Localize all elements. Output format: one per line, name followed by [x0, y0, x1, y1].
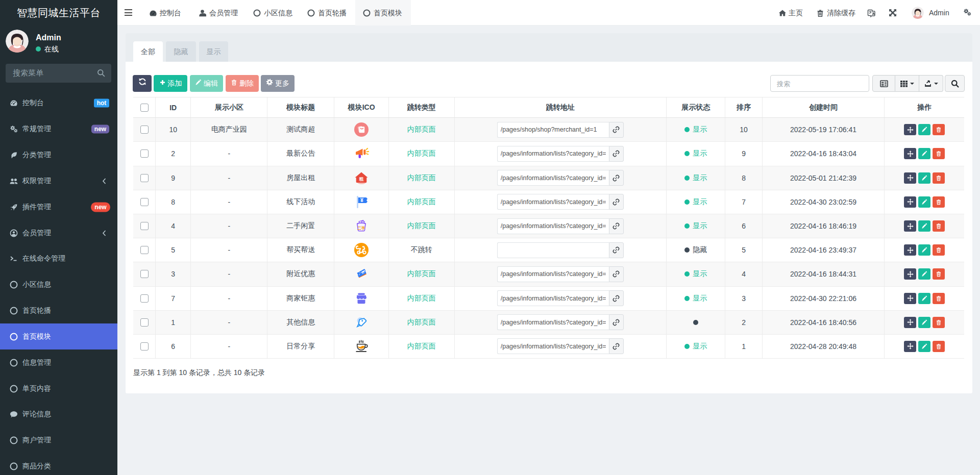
svg-text:¥: ¥	[360, 197, 363, 203]
svg-text:二手: 二手	[357, 226, 365, 231]
svg-text:租: 租	[359, 176, 364, 181]
